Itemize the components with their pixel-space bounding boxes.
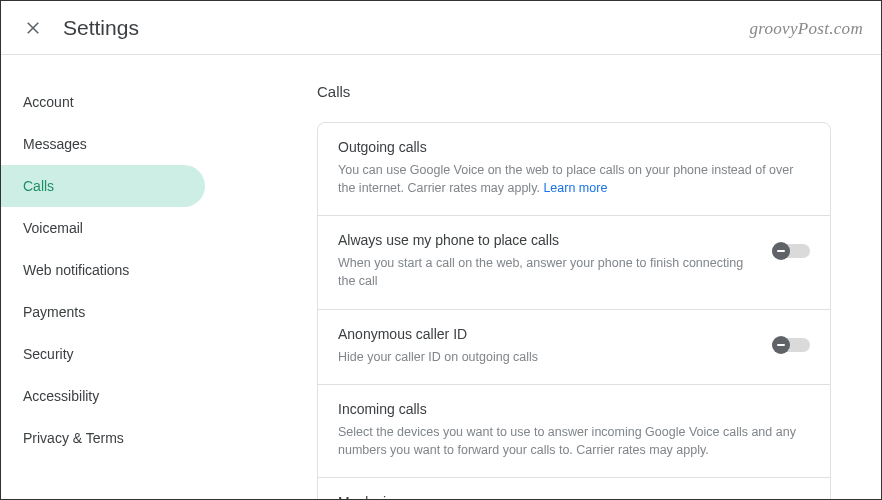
sidebar-item-accessibility[interactable]: Accessibility (1, 375, 205, 417)
sidebar-item-account[interactable]: Account (1, 81, 205, 123)
toggle-anonymous-caller-id[interactable] (772, 336, 810, 354)
sidebar-item-label: Voicemail (23, 220, 83, 236)
sidebar-item-label: Payments (23, 304, 85, 320)
close-button[interactable] (21, 16, 45, 40)
learn-more-link[interactable]: Learn more (543, 181, 607, 195)
toggle-thumb-off-icon (772, 336, 790, 354)
panel-desc: When you start a call on the web, answer… (338, 254, 752, 290)
panel-title: Anonymous caller ID (338, 326, 752, 342)
sidebar-item-calls[interactable]: Calls (1, 165, 205, 207)
close-icon (24, 19, 42, 37)
panel-outgoing-calls: Outgoing calls You can use Google Voice … (318, 123, 830, 216)
sidebar-item-privacy-terms[interactable]: Privacy & Terms (1, 417, 205, 459)
panel-title: Incoming calls (338, 401, 810, 417)
sidebar-item-label: Security (23, 346, 74, 362)
sidebar-item-label: Accessibility (23, 388, 99, 404)
panel-desc: Hide your caller ID on outgoing calls (338, 348, 752, 366)
sidebar-item-label: Account (23, 94, 74, 110)
sidebar-item-voicemail[interactable]: Voicemail (1, 207, 205, 249)
panel-desc: Select the devices you want to use to an… (338, 423, 810, 459)
panel-my-devices: My devices Turn on the devices you want … (318, 478, 830, 499)
sidebar-item-label: Web notifications (23, 262, 129, 278)
sidebar: Account Messages Calls Voicemail Web not… (1, 55, 211, 499)
sidebar-item-payments[interactable]: Payments (1, 291, 205, 333)
watermark: groovyPost.com (749, 19, 863, 39)
panel-title: My devices (338, 494, 810, 499)
panel-title: Always use my phone to place calls (338, 232, 752, 248)
main-content: Calls Outgoing calls You can use Google … (211, 55, 881, 499)
sidebar-item-messages[interactable]: Messages (1, 123, 205, 165)
sidebar-item-label: Privacy & Terms (23, 430, 124, 446)
sidebar-item-security[interactable]: Security (1, 333, 205, 375)
panel-title: Outgoing calls (338, 139, 810, 155)
panel-desc: You can use Google Voice on the web to p… (338, 161, 810, 197)
page-title: Settings (63, 16, 139, 40)
sidebar-item-label: Messages (23, 136, 87, 152)
sidebar-item-web-notifications[interactable]: Web notifications (1, 249, 205, 291)
panel-incoming-calls: Incoming calls Select the devices you wa… (318, 385, 830, 478)
sidebar-item-label: Calls (23, 178, 54, 194)
panel-anonymous-caller-id: Anonymous caller ID Hide your caller ID … (318, 310, 830, 385)
panel-always-use-phone: Always use my phone to place calls When … (318, 216, 830, 309)
toggle-always-use-phone[interactable] (772, 242, 810, 260)
settings-card: Outgoing calls You can use Google Voice … (317, 122, 831, 499)
section-title: Calls (317, 83, 831, 100)
